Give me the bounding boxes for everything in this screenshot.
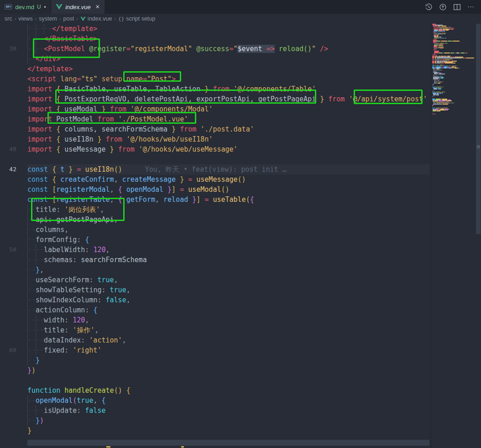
- code-line[interactable]: 50····labelWidth: 120,: [0, 245, 429, 255]
- code-line-content[interactable]: ····schemas: searchFormSchema: [27, 255, 429, 265]
- breadcrumb-item-post[interactable]: post: [63, 16, 74, 22]
- tab-dev-md[interactable]: M+ dev.md U ●: [0, 0, 51, 14]
- vertical-scrollbar-thumb[interactable]: [476, 24, 481, 234]
- code-line-content[interactable]: function handleCreate() {: [27, 385, 429, 395]
- code-line[interactable]: import PostModel from './PostModel.vue': [0, 114, 429, 124]
- close-tab-icon[interactable]: ✕: [95, 4, 100, 10]
- code-line[interactable]: ··api: getPostPageApi,: [0, 215, 429, 225]
- code-line-content[interactable]: </template>: [27, 64, 429, 74]
- code-line[interactable]: ····title: '操作',: [0, 325, 429, 335]
- code-line-content[interactable]: ··api: getPostPageApi,: [27, 215, 429, 225]
- code-line-content[interactable]: ··}: [27, 355, 429, 365]
- minimap[interactable]: [431, 24, 475, 448]
- code-line[interactable]: ··}: [0, 355, 429, 365]
- code-line[interactable]: [0, 375, 429, 385]
- code-line[interactable]: ····width: 120,: [0, 315, 429, 325]
- tab-index-vue[interactable]: index.vue ✕: [51, 0, 105, 14]
- code-line[interactable]: ··}): [0, 416, 429, 426]
- code-line[interactable]: const { createConfirm, createMessage } =…: [0, 174, 429, 184]
- code-line[interactable]: ··formConfig: {: [0, 235, 429, 245]
- code-line-content[interactable]: ····<PostModel @register="registerModal"…: [27, 44, 429, 54]
- horizontal-scrollbar-thumb[interactable]: [27, 440, 429, 446]
- code-line-content[interactable]: ····labelWidth: 120,: [27, 245, 429, 255]
- code-line-content[interactable]: const [registerModal, { openModal }] = u…: [27, 184, 429, 195]
- code-line[interactable]: }): [0, 365, 429, 375]
- code-line[interactable]: ····isUpdate: false: [0, 406, 429, 416]
- code-line[interactable]: 60····fixed: 'right': [0, 345, 429, 355]
- code-line-content[interactable]: import { useModal } from '@/components/M…: [27, 104, 429, 114]
- code-line-content[interactable]: }): [27, 365, 429, 375]
- code-line[interactable]: 40import { useMessage } from '@/hooks/we…: [0, 144, 429, 154]
- code-line-content[interactable]: ····</BasicTable>: [27, 34, 429, 44]
- code-editor[interactable]: ······</template>····</BasicTable>30····…: [0, 24, 429, 448]
- code-line-content[interactable]: import { columns, searchFormSchema } fro…: [27, 124, 429, 134]
- code-line-content[interactable]: [27, 375, 429, 385]
- code-line[interactable]: import { columns, searchFormSchema } fro…: [0, 124, 429, 134]
- code-line[interactable]: </template>: [0, 64, 429, 74]
- code-line-content[interactable]: import { useMessage } from '@/hooks/web/…: [27, 144, 429, 154]
- unsaved-dot-icon[interactable]: ●: [44, 5, 46, 9]
- code-line-content[interactable]: ··actionColumn: {: [27, 305, 429, 315]
- code-line-content[interactable]: import PostModel from './PostModel.vue': [27, 114, 429, 124]
- code-line[interactable]: }: [0, 426, 429, 436]
- code-line-content[interactable]: import { BasicTable, useTable, TableActi…: [27, 84, 429, 94]
- code-line-content[interactable]: ····fixed: 'right': [27, 345, 429, 355]
- code-line[interactable]: ··actionColumn: {: [0, 305, 429, 315]
- code-line-content[interactable]: ··columns,: [27, 225, 429, 235]
- code-line[interactable]: ····schemas: searchFormSchema: [0, 255, 429, 265]
- code-line[interactable]: import { BasicTable, useTable, TableActi…: [0, 84, 429, 94]
- code-line[interactable]: <script lang="ts" setup name="Post">: [0, 74, 429, 84]
- code-line[interactable]: import { PostExportReqVO, deletePostApi,…: [0, 94, 429, 104]
- code-line-content[interactable]: const { t } = useI18n()You, 昨天 • feat(vi…: [27, 164, 429, 174]
- code-line-content[interactable]: const [registerTable, { getForm, reload …: [27, 195, 429, 205]
- code-line-content[interactable]: ··}): [27, 416, 429, 426]
- split-editor-icon[interactable]: [453, 3, 461, 11]
- code-line-content[interactable]: ··useSearchForm: true,: [27, 275, 429, 285]
- code-line-content[interactable]: import { useI18n } from '@/hooks/web/use…: [27, 134, 429, 144]
- code-line-content[interactable]: <script lang="ts" setup name="Post">: [27, 74, 429, 84]
- code-line-content[interactable]: ····isUpdate: false: [27, 406, 429, 416]
- code-line-content[interactable]: ····title: '操作',: [27, 325, 429, 335]
- breadcrumb-item-file[interactable]: index.vue: [88, 16, 112, 22]
- code-line[interactable]: ····dataIndex: 'action',: [0, 335, 429, 345]
- code-line-content[interactable]: ······</template>: [27, 24, 429, 34]
- code-line[interactable]: 42const { t } = useI18n()You, 昨天 • feat(…: [0, 164, 429, 174]
- code-line[interactable]: import { useModal } from '@/components/M…: [0, 104, 429, 114]
- code-line[interactable]: ··openModal(true, {: [0, 395, 429, 406]
- code-line[interactable]: import { useI18n } from '@/hooks/web/use…: [0, 134, 429, 144]
- code-line[interactable]: 30····<PostModel @register="registerModa…: [0, 44, 429, 54]
- vertical-scrollbar[interactable]: [475, 24, 481, 448]
- timeline-history-icon[interactable]: [425, 3, 433, 11]
- code-line[interactable]: [0, 154, 429, 164]
- code-line[interactable]: ··</div>: [0, 54, 429, 64]
- code-line-content[interactable]: ··openModal(true, {: [27, 395, 429, 406]
- code-line-content[interactable]: ····width: 120,: [27, 315, 429, 325]
- code-line-content[interactable]: ····dataIndex: 'action',: [27, 335, 429, 345]
- code-line-content[interactable]: ··title: '岗位列表',: [27, 205, 429, 215]
- open-changes-icon[interactable]: [439, 3, 447, 11]
- code-line[interactable]: ··showTableSetting: true,: [0, 285, 429, 295]
- code-line[interactable]: ······</template>: [0, 24, 429, 34]
- breadcrumb-item-system[interactable]: system: [39, 16, 57, 22]
- code-line-content[interactable]: [27, 154, 429, 164]
- code-line-content[interactable]: import { PostExportReqVO, deletePostApi,…: [27, 94, 429, 104]
- code-line-content[interactable]: ··showIndexColumn: false,: [27, 295, 429, 305]
- code-line-content[interactable]: ··formConfig: {: [27, 235, 429, 245]
- more-actions-icon[interactable]: ⋯: [467, 3, 475, 11]
- breadcrumb-item-src[interactable]: src: [5, 16, 12, 22]
- code-line-content[interactable]: ··},: [27, 265, 429, 275]
- breadcrumb-item-views[interactable]: views: [18, 16, 32, 22]
- code-line[interactable]: function handleCreate() {: [0, 385, 429, 395]
- code-line[interactable]: ··columns,: [0, 225, 429, 235]
- code-line[interactable]: ··useSearchForm: true,: [0, 275, 429, 285]
- code-line[interactable]: ··},: [0, 265, 429, 275]
- code-line-content[interactable]: ··</div>: [27, 54, 429, 64]
- code-line[interactable]: ··showIndexColumn: false,: [0, 295, 429, 305]
- code-line[interactable]: ··title: '岗位列表',: [0, 205, 429, 215]
- code-line-content[interactable]: ··showTableSetting: true,: [27, 285, 429, 295]
- code-line-content[interactable]: }: [27, 426, 429, 436]
- breadcrumb-item-symbol[interactable]: script setup: [126, 16, 155, 22]
- code-line[interactable]: const [registerModal, { openModal }] = u…: [0, 184, 429, 195]
- code-line[interactable]: ····</BasicTable>: [0, 34, 429, 44]
- code-line[interactable]: const [registerTable, { getForm, reload …: [0, 195, 429, 205]
